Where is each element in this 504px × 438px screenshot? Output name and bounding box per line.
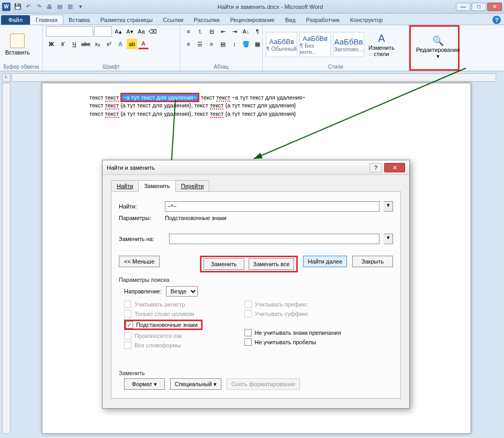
align-left-icon[interactable]: ≡ (183, 39, 194, 49)
editing-button[interactable]: 🔍Редактирование▾ (414, 33, 462, 62)
pilcrow-icon[interactable]: ¶ (252, 26, 263, 37)
superscript-icon[interactable]: x² (104, 39, 114, 49)
special-button[interactable]: Специальный ▾ (170, 378, 221, 390)
subscript-icon[interactable]: x₂ (92, 39, 103, 49)
direction-select[interactable]: Везде (166, 286, 198, 297)
tab-goto[interactable]: Перейти (175, 180, 210, 192)
chk-space[interactable] (244, 338, 252, 346)
outdent-icon[interactable]: ⇤ (218, 26, 228, 37)
group-styles: АаБбВв¶ Обычный АаБбВв¶ Без инте... АаБб… (263, 25, 409, 71)
qat-misc2-icon[interactable]: ▥ (66, 3, 74, 11)
ruler-corner[interactable]: L (2, 73, 10, 82)
chk-sounds (124, 332, 131, 340)
align-right-icon[interactable]: ≡ (206, 39, 217, 49)
tab-design[interactable]: Конструктор (345, 15, 388, 25)
strike-button[interactable]: abc (81, 39, 91, 49)
tab-find[interactable]: Найти (111, 180, 139, 192)
qat-print-icon[interactable]: 🖶 (45, 3, 53, 11)
window-title: Найти и заменить.docx - Microsoft Word (85, 4, 456, 10)
indent-icon[interactable]: ⇥ (229, 26, 240, 37)
find-input[interactable] (165, 201, 379, 212)
dialog-close-button[interactable]: ✕ (384, 163, 405, 172)
app-logo: W (2, 3, 10, 11)
dialog-titlebar[interactable]: Найти и заменить ? ✕ (103, 160, 409, 175)
qat-misc-icon[interactable]: ▤ (55, 3, 64, 11)
qat-redo-icon[interactable]: ↷ (35, 3, 43, 11)
dialog-tabs: Найти Заменить Перейти (111, 180, 401, 192)
borders-icon[interactable]: ▦ (252, 39, 263, 49)
tab-insert[interactable]: Вставка (63, 15, 95, 25)
dialog-help-button[interactable]: ? (369, 163, 382, 172)
paste-button[interactable]: Вставить (3, 32, 32, 57)
style-heading[interactable]: АаБбВвЗаголово... (333, 32, 364, 57)
chk-forms (124, 342, 131, 349)
less-button[interactable]: << Меньше (119, 256, 160, 267)
change-styles-icon: A (378, 32, 385, 45)
shrink-font-icon[interactable]: A▾ (125, 26, 135, 37)
chk-whole (124, 310, 131, 317)
minimize-button[interactable]: — (456, 3, 471, 11)
group-clipboard-label: Буфер обмена (3, 63, 39, 70)
tab-home[interactable]: Главная (30, 15, 63, 25)
file-tab[interactable]: Файл (1, 15, 30, 25)
chk-suffix (244, 310, 252, 317)
qat-save-icon[interactable]: 💾 (14, 3, 22, 11)
justify-icon[interactable]: ▤ (218, 39, 228, 49)
font-size-select[interactable] (94, 26, 112, 37)
vertical-ruler[interactable] (2, 83, 10, 434)
change-styles-button[interactable]: AИзменить стили (366, 30, 397, 59)
font-color-icon[interactable]: A (138, 39, 149, 49)
text-effect-icon[interactable]: A (115, 39, 126, 49)
dialog-panel: Найти: ▾ Параметры: Подстановочные знаки… (111, 192, 401, 399)
grow-font-icon[interactable]: A▴ (113, 26, 124, 37)
close-button[interactable]: ✕ (487, 3, 502, 11)
align-center-icon[interactable]: ☰ (195, 39, 205, 49)
group-editing-label (414, 67, 455, 68)
chk-wildcards[interactable] (126, 321, 133, 328)
paste-icon (10, 34, 25, 48)
close-dialog-button[interactable]: Закрыть (352, 256, 393, 267)
tab-mailings[interactable]: Рассылки (188, 15, 225, 25)
chk-punct[interactable] (244, 329, 252, 336)
shading-icon[interactable]: 🪣 (241, 39, 251, 49)
help-icon[interactable]: ? (492, 16, 501, 24)
replace-input[interactable] (169, 234, 379, 244)
replace-options-heading: Заменить (119, 370, 393, 376)
bold-button[interactable]: Ж (46, 39, 57, 49)
font-family-select[interactable] (46, 26, 93, 37)
italic-button[interactable]: К (58, 39, 68, 49)
style-nospace[interactable]: АаБбВв¶ Без инте... (299, 32, 331, 57)
paste-label: Вставить (5, 49, 30, 56)
numbering-icon[interactable]: ⒈ (195, 26, 205, 37)
highlight-icon[interactable]: ab (127, 39, 137, 49)
tab-replace[interactable]: Заменить (138, 180, 175, 192)
qat-undo-icon[interactable]: ↶ (24, 3, 32, 11)
tab-review[interactable]: Рецензирование (225, 15, 280, 25)
tab-references[interactable]: Ссылки (158, 15, 189, 25)
replace-all-button[interactable]: Заменить все (249, 258, 295, 270)
horizontal-ruler[interactable] (12, 73, 496, 82)
find-icon: 🔍 (432, 35, 444, 47)
find-dropdown-icon[interactable]: ▾ (384, 201, 393, 212)
style-normal[interactable]: АаБбВв¶ Обычный (266, 32, 297, 57)
group-styles-label: Стили (266, 63, 406, 70)
multilevel-icon[interactable]: ⊟ (206, 26, 217, 37)
tab-layout[interactable]: Разметка страницы (95, 15, 158, 25)
maximize-button[interactable]: □ (472, 3, 486, 11)
bullets-icon[interactable]: ≡ (183, 26, 194, 37)
underline-button[interactable]: Ч (69, 39, 80, 49)
line-spacing-icon[interactable]: ↕ (229, 39, 240, 49)
qat-more-icon[interactable]: ▾ (76, 3, 85, 11)
ribbon: Вставить Буфер обмена A▴ A▾ Aa ⌫ Ж К Ч a… (0, 25, 504, 71)
sort-icon[interactable]: A↓ (241, 26, 251, 37)
clear-format-icon[interactable]: ⌫ (148, 26, 158, 37)
tab-developer[interactable]: Разработчик (301, 15, 345, 25)
chk-prefix (244, 301, 252, 308)
change-case-icon[interactable]: Aa (136, 26, 147, 37)
tab-view[interactable]: Вид (280, 15, 301, 25)
replace-button[interactable]: Заменить (204, 258, 244, 270)
titlebar: W 💾 ↶ ↷ 🖶 ▤ ▥ ▾ Найти и заменить.docx - … (0, 0, 504, 14)
replace-dropdown-icon[interactable]: ▾ (384, 234, 393, 244)
find-next-button[interactable]: Найти далее (303, 256, 347, 267)
format-button[interactable]: Формат ▾ (124, 378, 165, 390)
